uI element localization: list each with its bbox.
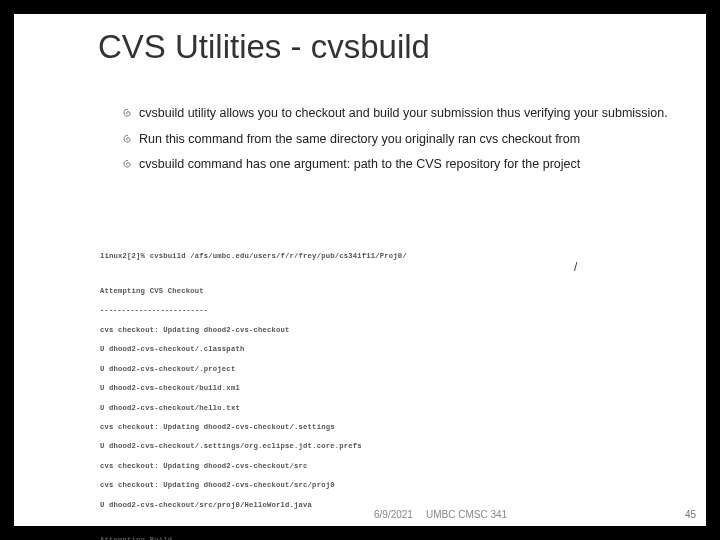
swirl-icon bbox=[122, 134, 133, 145]
swirl-icon bbox=[122, 108, 133, 119]
bullet-item: Run this command from the same directory… bbox=[122, 132, 682, 148]
terminal-line: U dhood2-cvs-checkout/.settings/org.ecli… bbox=[100, 442, 678, 452]
terminal-line: cvs checkout: Updating dhood2-cvs-checko… bbox=[100, 481, 678, 491]
swirl-icon bbox=[122, 159, 133, 170]
terminal-line: cvs checkout: Updating dhood2-cvs-checko… bbox=[100, 423, 678, 433]
footer-course: UMBC CMSC 341 bbox=[426, 509, 507, 520]
terminal-line: Attempting CVS Checkout bbox=[100, 287, 678, 297]
slide: CVS Utilities - cvsbuild cvsbuild utilit… bbox=[14, 14, 706, 526]
slide-body: cvsbuild utility allows you to checkout … bbox=[122, 106, 682, 183]
bullet-text: cvsbuild command has one argument: path … bbox=[139, 157, 682, 173]
terminal-line: Attempting Build bbox=[100, 536, 678, 540]
footer-page-number: 45 bbox=[685, 509, 696, 520]
slide-title: CVS Utilities - cvsbuild bbox=[98, 28, 430, 66]
terminal-line: cvs checkout: Updating dhood2-cvs-checko… bbox=[100, 462, 678, 472]
terminal-line: U dhood2-cvs-checkout/.project bbox=[100, 365, 678, 375]
bullet-item: cvsbuild utility allows you to checkout … bbox=[122, 106, 682, 122]
terminal-line: U dhood2-cvs-checkout/build.xml bbox=[100, 384, 678, 394]
terminal-line: cvs checkout: Updating dhood2-cvs-checko… bbox=[100, 326, 678, 336]
bullet-item: cvsbuild command has one argument: path … bbox=[122, 157, 682, 173]
terminal-output: linux2[2]% cvsbuild /afs/umbc.edu/users/… bbox=[100, 242, 678, 540]
terminal-line: linux2[2]% cvsbuild /afs/umbc.edu/users/… bbox=[100, 252, 678, 262]
terminal-line: U dhood2-cvs-checkout/hello.txt bbox=[100, 404, 678, 414]
terminal-line: U dhood2-cvs-checkout/.classpath bbox=[100, 345, 678, 355]
bullet-text: Run this command from the same directory… bbox=[139, 132, 682, 148]
footer-date: 6/9/2021 bbox=[374, 509, 413, 520]
terminal-line: ------------------------- bbox=[100, 306, 678, 316]
bullet-text: cvsbuild utility allows you to checkout … bbox=[139, 106, 682, 122]
